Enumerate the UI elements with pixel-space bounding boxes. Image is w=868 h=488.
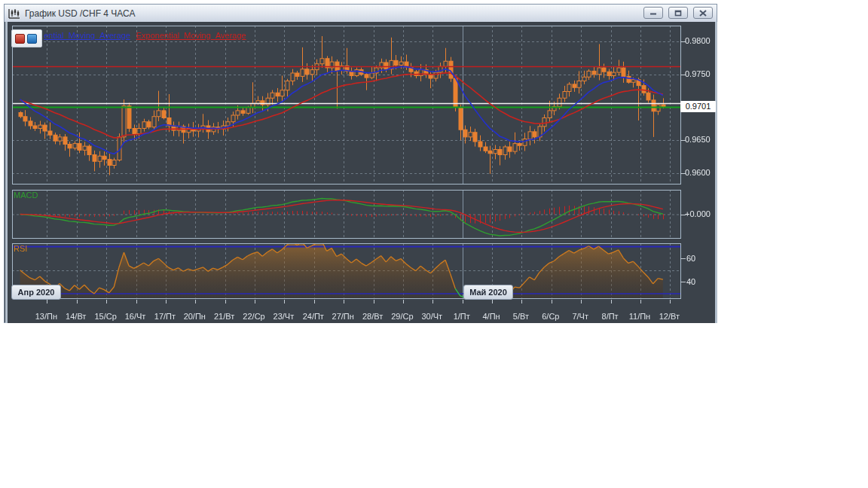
close-icon bbox=[699, 10, 707, 17]
price-tick-0.9750: 0.9750 bbox=[685, 69, 711, 78]
close-button[interactable] bbox=[693, 7, 713, 19]
macd-label: MACD bbox=[14, 191, 38, 200]
chart-canvas[interactable] bbox=[5, 22, 717, 323]
restore-icon bbox=[674, 10, 682, 17]
blue-indicator-button[interactable] bbox=[27, 34, 37, 44]
candlestick-chart-icon bbox=[8, 8, 20, 19]
macd-zero-label: +0.000 bbox=[685, 209, 711, 218]
indicator-buttons-panel bbox=[11, 29, 42, 47]
price-tick-0.9800: 0.9800 bbox=[685, 36, 711, 45]
restore-button[interactable] bbox=[668, 7, 688, 19]
window-title: График USD /CHF 4 ЧАСА bbox=[25, 8, 135, 19]
month-tag-may[interactable]: Май 2020 bbox=[463, 285, 513, 300]
minimize-icon bbox=[649, 10, 657, 16]
rsi-tick-40: 40 bbox=[686, 277, 695, 286]
ema-red-legend-label: Exponential_Moving_Average bbox=[136, 31, 246, 40]
indicator-legend: ential_Moving_AverageExponential_Moving_… bbox=[44, 31, 246, 40]
month-tag-april[interactable]: Апр 2020 bbox=[11, 285, 61, 300]
current-price-tag: 0.9701 bbox=[680, 101, 716, 112]
minimize-button[interactable] bbox=[643, 7, 663, 19]
date-tick-12/Вт: 12/Вт bbox=[652, 312, 686, 321]
price-tick-0.9600: 0.9600 bbox=[685, 168, 711, 177]
title-bar[interactable]: График USD /CHF 4 ЧАСА bbox=[5, 5, 717, 22]
price-tick-0.9650: 0.9650 bbox=[685, 135, 711, 144]
chart-window: График USD /CHF 4 ЧАСА ential_Moving_Ave… bbox=[4, 4, 717, 323]
ema-blue-legend-label: ential_Moving_Average bbox=[44, 31, 130, 40]
red-indicator-button[interactable] bbox=[15, 34, 25, 44]
rsi-tick-60: 60 bbox=[686, 254, 695, 263]
rsi-label: RSI bbox=[14, 244, 27, 253]
